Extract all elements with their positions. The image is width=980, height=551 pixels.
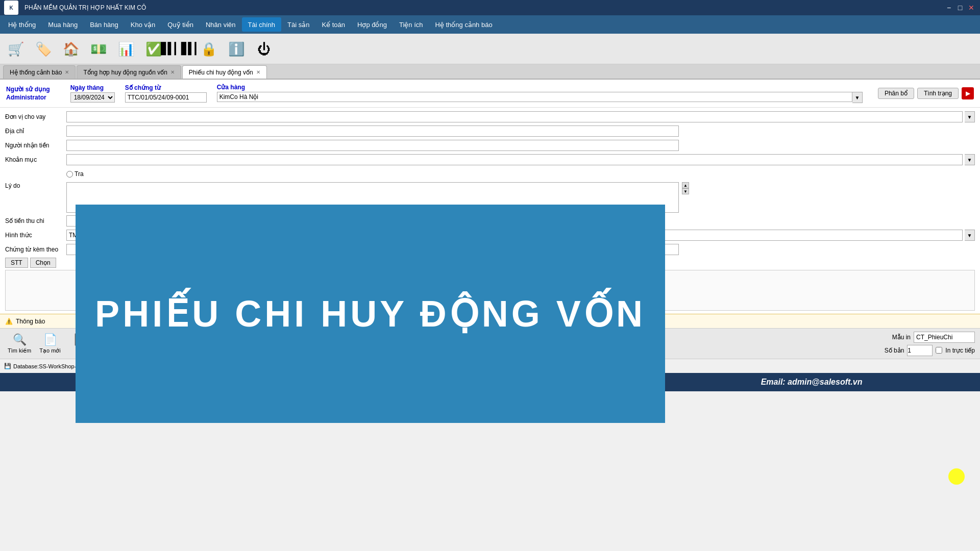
cua-hang-input[interactable]	[217, 92, 852, 102]
tab-canh-bao[interactable]: Hệ thống cảnh báo ✕	[3, 65, 76, 79]
scroll-down[interactable]: ▼	[682, 188, 689, 194]
money-icon: 💵	[90, 42, 107, 56]
nguoi-nhan-tien-row: Người nhận tiền	[5, 139, 975, 152]
in-truc-tiep-label: In trực tiếp	[945, 347, 975, 354]
menu-kho-van[interactable]: Kho vận	[125, 17, 161, 32]
cua-hang-label: Cửa hàng	[217, 84, 863, 91]
tao-moi-icon: 📄	[43, 333, 57, 346]
so-chung-tu-label: Số chứng từ	[125, 84, 207, 91]
menu-tai-san[interactable]: Tài sản	[281, 17, 315, 32]
so-ban-input[interactable]	[907, 345, 933, 356]
nguoi-nhan-tien-label: Người nhận tiền	[5, 142, 66, 149]
toolbar-barcode[interactable]: ▊▌▎▊▌▎	[168, 36, 194, 62]
main-toolbar: 🛒 🏷️ 🏠 💵 📊 ✅ ▊▌▎▊▌▎ 🔒 ℹ️ ⏻	[0, 34, 980, 64]
toolbar-warehouse[interactable]: 🏠	[58, 36, 84, 62]
radio-tra-label[interactable]: Tra	[66, 170, 84, 178]
red-action-button[interactable]: ▶	[962, 87, 974, 99]
in-truc-tiep-checkbox[interactable]	[936, 347, 942, 354]
stt-button[interactable]: STT	[5, 258, 28, 268]
menu-ke-toan[interactable]: Kế toán	[315, 17, 351, 32]
toolbar-power[interactable]: ⏻	[251, 36, 277, 62]
app-title: PHẦN MỀM QUẢN TRỊ HỢP NHẤT KIM CÔ	[24, 4, 146, 11]
thongbao-text: Thông báo	[16, 318, 45, 325]
menu-tien-ich[interactable]: Tiện ích	[393, 17, 429, 32]
cursor-indicator	[948, 468, 965, 485]
khoan-muc-row: Khoản mục ▼	[5, 154, 975, 166]
don-vi-row: Đơn vị cho vay ▼	[5, 111, 975, 123]
tab-canh-bao-close[interactable]: ✕	[65, 69, 69, 75]
print-settings: Mẫu in Số bản In trực tiếp	[885, 332, 975, 356]
tim-kiem-button[interactable]: 🔍 Tìm kiếm	[5, 331, 34, 357]
user-label: Người sử dụng	[6, 86, 50, 93]
chon-button[interactable]: Chọn	[30, 258, 56, 268]
toolbar-report[interactable]: 📊	[113, 36, 139, 62]
maximize-button[interactable]: □	[955, 3, 965, 12]
discount-icon: 🏷️	[35, 42, 52, 56]
menu-nhan-vien[interactable]: Nhân viên	[200, 17, 242, 32]
toolbar-discount[interactable]: 🏷️	[31, 36, 56, 62]
menu-he-thong[interactable]: Hệ thống	[2, 17, 42, 32]
toolbar-info[interactable]: ℹ️	[224, 36, 249, 62]
so-chung-tu-input[interactable]	[125, 92, 207, 103]
title-bar: K PHẦN MỀM QUẢN TRỊ HỢP NHẤT KIM CÔ − □ …	[0, 0, 980, 15]
nguoi-nhan-tien-input[interactable]	[66, 140, 679, 151]
so-ban-label: Số bản	[885, 347, 904, 354]
ly-do-label: Lý do	[5, 182, 66, 189]
power-icon: ⏻	[257, 42, 271, 56]
toolbar-money[interactable]: 💵	[86, 36, 111, 62]
close-button[interactable]: ✕	[967, 3, 976, 12]
menu-quy-tien[interactable]: Quỹ tiền	[161, 17, 200, 32]
print-preview-title: PHIẾU CHI HUY ĐỘNG VỐN	[95, 292, 646, 335]
mau-in-input[interactable]	[914, 332, 975, 343]
don-vi-dropdown[interactable]: ▼	[965, 111, 975, 122]
tab-tong-hop[interactable]: Tổng hợp huy động nguồn vốn ✕	[77, 65, 181, 79]
don-vi-label: Đơn vị cho vay	[5, 113, 66, 120]
tim-kiem-label: Tìm kiếm	[8, 347, 31, 354]
form-header-area: Người sử dụng Administrator Ngày tháng 1…	[0, 80, 980, 108]
radio-row: Tra	[5, 168, 975, 180]
hinh-thuc-dropdown[interactable]: ▼	[965, 230, 975, 241]
app-logo: K	[4, 1, 18, 15]
tao-moi-label: Tạo mới	[39, 347, 61, 354]
report-icon: 📊	[118, 42, 134, 56]
footer-email: Email: admin@salesoft.vn	[761, 378, 863, 387]
khoan-muc-dropdown[interactable]: ▼	[965, 154, 975, 165]
tab-tong-hop-close[interactable]: ✕	[170, 69, 175, 75]
minimize-button[interactable]: −	[944, 3, 953, 12]
tab-tong-hop-label: Tổng hợp huy động nguồn vốn	[83, 69, 167, 76]
toolbar-lock[interactable]: 🔒	[196, 36, 222, 62]
tabs-bar: Hệ thống cảnh báo ✕ Tổng hợp huy động ng…	[0, 64, 980, 80]
tim-kiem-icon: 🔍	[13, 333, 27, 346]
dia-chi-row: Địa chỉ	[5, 125, 975, 137]
menu-mua-hang[interactable]: Mua hàng	[42, 17, 84, 32]
menu-he-thong-canh-bao[interactable]: Hệ thống cảnh báo	[429, 17, 498, 32]
khoan-muc-input[interactable]	[66, 154, 963, 165]
menu-bar: Hệ thống Mua hàng Bán hàng Kho vận Quỹ t…	[0, 15, 980, 34]
dia-chi-label: Địa chỉ	[5, 128, 66, 135]
dia-chi-input[interactable]	[66, 126, 679, 137]
info-icon: ℹ️	[228, 42, 244, 56]
menu-ban-hang[interactable]: Bán hàng	[84, 17, 125, 32]
shopping-icon: 🛒	[8, 42, 24, 56]
warehouse-icon: 🏠	[63, 42, 79, 56]
tao-moi-button[interactable]: 📄 Tạo mới	[36, 331, 64, 357]
red-icon: ▶	[966, 90, 970, 97]
barcode-icon: ▊▌▎▊▌▎	[161, 42, 201, 55]
don-vi-input[interactable]	[66, 111, 963, 122]
phan-bo-button[interactable]: Phân bổ	[878, 88, 914, 99]
hinh-thuc-label: Hình thức	[5, 232, 66, 239]
tinh-trang-button[interactable]: Tình trạng	[917, 88, 959, 99]
tab-phieu-chi-close[interactable]: ✕	[256, 69, 260, 75]
date-select[interactable]: 18/09/2024	[70, 92, 115, 103]
cua-hang-dropdown[interactable]: ▼	[852, 92, 863, 103]
toolbar-shopping[interactable]: 🛒	[3, 36, 29, 62]
radio-tra[interactable]	[66, 171, 73, 178]
print-preview-overlay: PHIẾU CHI HUY ĐỘNG VỐN	[76, 205, 665, 423]
date-label: Ngày tháng	[70, 84, 115, 91]
so-tien-label: Số tiền thu chi	[5, 217, 66, 224]
menu-tai-chinh[interactable]: Tài chính	[242, 17, 281, 32]
check-icon: ✅	[145, 42, 162, 56]
tab-phieu-chi[interactable]: Phiếu chi huy động vốn ✕	[182, 65, 267, 79]
scroll-up[interactable]: ▲	[682, 182, 689, 188]
menu-hop-dong[interactable]: Hợp đồng	[351, 17, 393, 32]
